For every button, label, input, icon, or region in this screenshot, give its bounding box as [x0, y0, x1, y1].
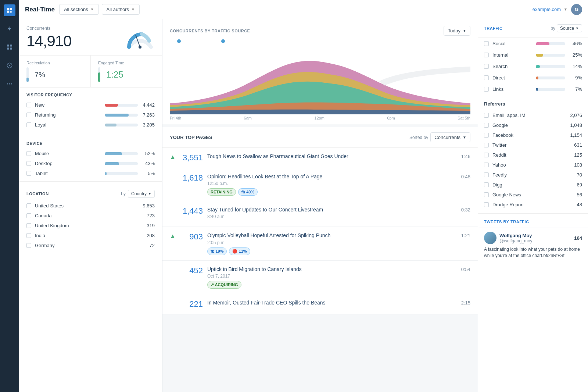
vf-checkbox[interactable] [26, 103, 31, 107]
traffic-percent: 7% [569, 86, 582, 92]
svg-rect-3 [10, 48, 12, 50]
page-time: 2:15 [461, 299, 470, 306]
referrer-checkbox[interactable] [484, 113, 489, 118]
table-row[interactable]: 1,443 Stay Tuned for Updates to Our Conc… [162, 201, 478, 227]
traffic-row: Direct 9% [478, 72, 588, 83]
referrer-checkbox[interactable] [484, 192, 489, 197]
referrer-checkbox[interactable] [484, 133, 489, 138]
page-tag: fb 40% [238, 188, 258, 196]
sections-caret-icon: ▼ [90, 7, 94, 11]
authors-dropdown[interactable]: All authors ▼ [102, 4, 140, 15]
traffic-bar [536, 76, 565, 79]
device-value: 5% [141, 171, 155, 176]
account-dropdown[interactable]: example.com ▼ [533, 7, 567, 12]
visitor-frequency-row: Loyal 3,205 [19, 120, 162, 130]
referrer-checkbox[interactable] [484, 163, 489, 167]
up-arrow-icon: ▲ [170, 233, 176, 239]
page-title-text: In Memoir, Ousted Fair-Trade CEO Spills … [207, 299, 457, 306]
referrer-checkbox[interactable] [484, 172, 489, 177]
time-dropdown[interactable]: Today ▼ [444, 26, 470, 36]
device-checkbox[interactable] [26, 171, 31, 176]
location-value: 72 [141, 243, 155, 248]
location-label: United Kingdom [35, 223, 138, 228]
engaged-time-bar [98, 67, 100, 82]
sorted-dropdown[interactable]: Concurrents ▼ [430, 132, 470, 142]
referrer-checkbox[interactable] [484, 182, 489, 187]
device-checkbox[interactable] [26, 161, 31, 166]
vf-label: New [35, 102, 101, 108]
page-tags: fb 19%🔴 11% [207, 247, 457, 255]
traffic-source-name: Internal [492, 52, 532, 58]
svg-rect-0 [7, 44, 9, 46]
device-checkbox[interactable] [26, 151, 31, 156]
svg-point-7 [9, 83, 10, 85]
top-pages-title: YOUR TOP PAGES [170, 135, 409, 140]
device-row: Desktop 43% [19, 158, 162, 168]
traffic-bar [536, 42, 565, 45]
referrer-name: Yahoo [492, 162, 570, 168]
left-panel: Concurrents 14,910 [19, 19, 162, 392]
x-label-2: 6am [244, 116, 252, 120]
sidebar-nav-icon-2[interactable] [4, 41, 15, 53]
engaged-time-metric: Engaged Time 1:25 [91, 56, 162, 87]
chart-header: CONCURRENTS BY TRAFFIC SOURCE Today ▼ [170, 26, 470, 36]
referrer-row: Drudge Report 48 [478, 200, 588, 210]
location-checkbox[interactable] [26, 243, 31, 248]
account-caret-icon: ▼ [564, 7, 567, 11]
referrer-checkbox[interactable] [484, 202, 489, 207]
page-time: 0:54 [461, 266, 470, 272]
referrer-name: Drudge Report [492, 202, 573, 207]
location-row: Canada 723 [19, 211, 162, 221]
page-subtitle: Oct 7, 2017 [207, 274, 457, 279]
chart-x-axis: Fri 4th 6am 12pm 6pm Sat 5th [170, 114, 470, 120]
table-row[interactable]: 452 Uptick in Bird Migration to Canary I… [162, 261, 478, 294]
sidebar-nav-icon-1[interactable] [4, 23, 15, 35]
location-checkbox[interactable] [26, 223, 31, 228]
page-info: Tough News to Swallow as Pharmaceutical … [207, 153, 457, 161]
vf-checkbox[interactable] [26, 122, 31, 127]
concurrents-label: Concurrents [26, 26, 71, 31]
sidebar-nav-icon-more[interactable] [4, 78, 15, 90]
traffic-checkbox[interactable] [484, 87, 489, 92]
location-checkbox[interactable] [26, 213, 31, 218]
location-value: 9,653 [141, 203, 155, 209]
logo[interactable] [4, 4, 15, 16]
sidebar-nav-icon-3[interactable] [4, 60, 15, 71]
page-trend-arrow: ▲ [170, 232, 178, 239]
traffic-source-dropdown[interactable]: Source ▼ [557, 24, 582, 32]
device-label: Mobile [35, 151, 101, 156]
page-time: 0:32 [461, 206, 470, 213]
table-row[interactable]: 1,618 Opinion: Headlines Look Best at th… [162, 168, 478, 201]
location-checkbox[interactable] [26, 233, 31, 238]
referrer-count: 48 [577, 202, 582, 207]
traffic-chart [170, 44, 470, 114]
time-dropdown-label: Today [448, 28, 460, 33]
user-avatar[interactable]: G [571, 4, 582, 15]
traffic-checkbox[interactable] [484, 75, 489, 80]
page-tag: ↗ ACQUIRING [207, 281, 241, 289]
traffic-header: TRAFFIC by Source ▼ [478, 19, 588, 38]
table-row[interactable]: ▲ 903 Olympic Volleyball Hopeful Arreste… [162, 227, 478, 260]
sections-dropdown[interactable]: All sections ▼ [59, 4, 99, 15]
traffic-checkbox[interactable] [484, 53, 489, 57]
traffic-row: Internal 25% [478, 49, 588, 61]
traffic-checkbox[interactable] [484, 41, 489, 46]
referrer-checkbox[interactable] [484, 123, 489, 128]
sorted-caret-icon: ▼ [463, 135, 466, 139]
referrer-row: Facebook 1,154 [478, 130, 588, 140]
traffic-checkbox[interactable] [484, 64, 489, 69]
vf-bar [105, 104, 138, 107]
sidebar [0, 0, 19, 392]
device-label: Desktop [35, 161, 101, 166]
referrer-checkbox[interactable] [484, 153, 489, 157]
location-label: India [35, 233, 138, 238]
visitor-frequency-row: New 4,442 [19, 100, 162, 110]
location-dropdown[interactable]: Country ▼ [128, 190, 155, 198]
device-rows: Mobile 52% Desktop 43% Tablet 5% [19, 149, 162, 178]
referrer-name: Email, apps, IM [492, 113, 566, 118]
table-row[interactable]: ▲ 3,551 Tough News to Swallow as Pharmac… [162, 148, 478, 168]
table-row[interactable]: 221 In Memoir, Ousted Fair-Trade CEO Spi… [162, 294, 478, 314]
location-checkbox[interactable] [26, 203, 31, 208]
vf-checkbox[interactable] [26, 113, 31, 117]
referrer-checkbox[interactable] [484, 143, 489, 147]
